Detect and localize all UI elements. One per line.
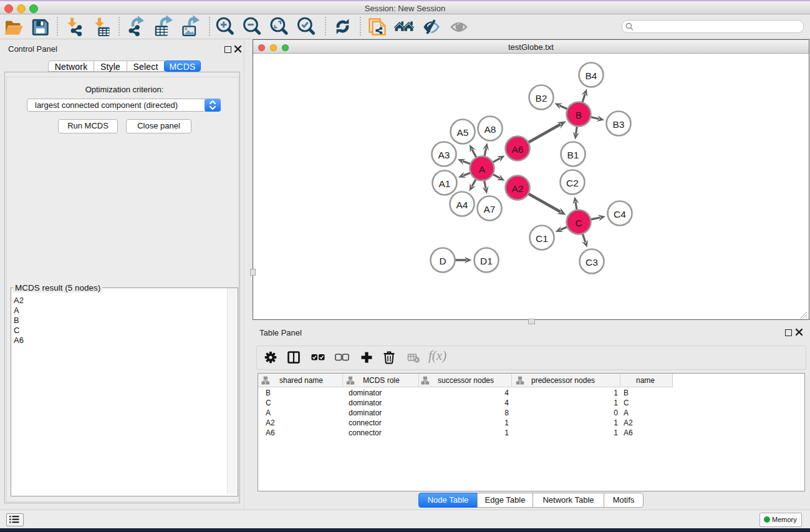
svg-text:D: D bbox=[439, 256, 446, 266]
svg-text:A1: A1 bbox=[439, 178, 451, 189]
svg-text:A5: A5 bbox=[457, 127, 469, 138]
svg-text:A4: A4 bbox=[456, 200, 468, 210]
svg-text:A7: A7 bbox=[484, 204, 496, 215]
svg-text:D1: D1 bbox=[480, 256, 493, 266]
svg-text:A8: A8 bbox=[485, 124, 496, 135]
svg-text:C: C bbox=[575, 218, 582, 228]
svg-text:B: B bbox=[576, 110, 582, 120]
svg-text:C1: C1 bbox=[536, 233, 548, 244]
svg-text:C2: C2 bbox=[566, 178, 579, 188]
svg-text:A6: A6 bbox=[512, 144, 524, 155]
svg-text:B1: B1 bbox=[567, 150, 579, 160]
svg-text:A3: A3 bbox=[438, 150, 450, 160]
svg-text:A: A bbox=[479, 164, 486, 175]
svg-text:C4: C4 bbox=[614, 209, 626, 220]
svg-text:C3: C3 bbox=[586, 257, 598, 268]
svg-text:B4: B4 bbox=[586, 70, 597, 81]
svg-text:A2: A2 bbox=[512, 183, 524, 194]
svg-text:B2: B2 bbox=[536, 93, 547, 104]
svg-text:B3: B3 bbox=[613, 119, 625, 130]
